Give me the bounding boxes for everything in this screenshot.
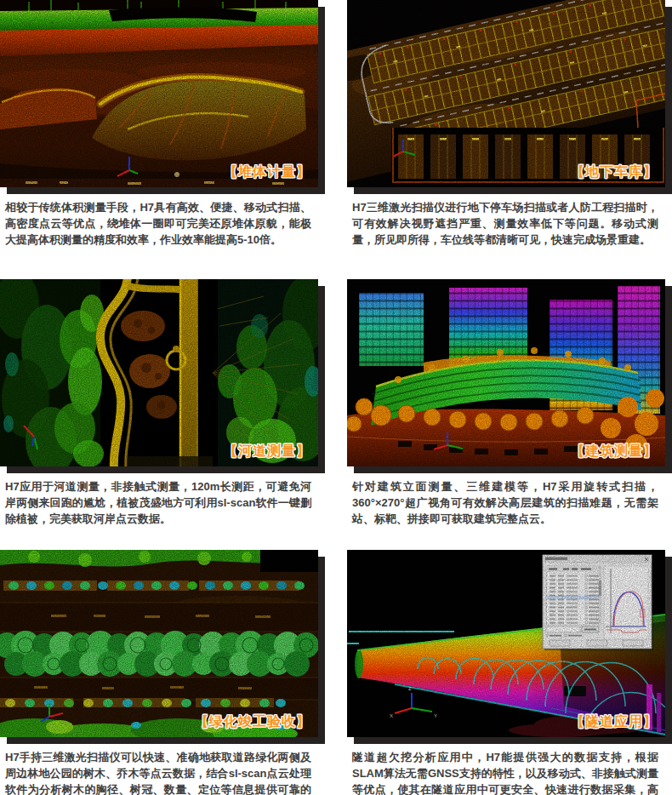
panel-caption: H7手持三维激光扫描仪可以快速、准确地获取道路绿化两侧及周边林地公园的树木、乔木…: [5, 749, 311, 795]
building-survey-image: 【建筑测量】: [347, 279, 665, 466]
image-label: 【建筑测量】: [571, 443, 658, 460]
image-label: 【地下车库】: [571, 163, 658, 181]
tunnel-application-image: Z X Y 【隧道应用】: [347, 550, 665, 737]
application-gallery: 【堆体计量】 相较于传统体积测量手段，H7具有高效、便捷、移动式扫描、高密度点云…: [0, 0, 672, 795]
panel-greening-acceptance: 【绿化竣工验收】 H7手持三维激光扫描仪可以快速、准确地获取道路绿化两侧及周边林…: [0, 550, 318, 795]
panel-caption: 隧道超欠挖分析应用中，H7能提供强大的数据支持，根据SLAM算法无需GNSS支持…: [352, 749, 658, 795]
panel-caption: 针对建筑立面测量、三维建模等，H7采用旋转式扫描，360°×270°超广视角可有…: [352, 478, 658, 527]
panel-building-survey: 【建筑测量】 针对建筑立面测量、三维建模等，H7采用旋转式扫描，360°×270…: [347, 279, 665, 550]
image-label: 【河道测量】: [224, 443, 310, 460]
pile-volume-image: 【堆体计量】: [0, 0, 318, 187]
panel-caption: H7应用于河道测量，非接触式测量，120m长测距，可避免河岸两侧来回跑的尴尬，植…: [5, 478, 311, 527]
image-label: 【堆体计量】: [224, 163, 310, 181]
river-survey-image: 【河道测量】: [0, 279, 318, 466]
panel-pile-volume: 【堆体计量】 相较于传统体积测量手段，H7具有高效、便捷、移动式扫描、高密度点云…: [0, 0, 318, 279]
image-label: 【隧道应用】: [571, 713, 658, 731]
underground-garage-image: 【地下车库】: [347, 0, 665, 187]
panel-tunnel-application: Z X Y 【隧道应用】 隧道超欠挖分析应用中，H7能提供强大的数据支持，根据S…: [347, 550, 665, 795]
panel-caption: H7三维激光扫描仪进行地下停车场扫描或者人防工程扫描时，可有效解决视野遮挡严重、…: [352, 199, 658, 248]
building-facade-pointcloud: [347, 279, 665, 466]
underground-garage-pointcloud: [347, 0, 665, 187]
image-label: 【绿化竣工验收】: [195, 713, 310, 731]
panel-river-survey: 【河道测量】 H7应用于河道测量，非接触式测量，120m长测距，可避免河岸两侧来…: [0, 279, 318, 550]
river-channel-pointcloud: [0, 279, 318, 466]
panel-underground-garage: 【地下车库】 H7三维激光扫描仪进行地下停车场扫描或者人防工程扫描时，可有效解决…: [347, 0, 665, 279]
tunnel-pointcloud: Z X Y: [347, 550, 665, 737]
road-greening-pointcloud: [0, 550, 318, 737]
panel-caption: 相较于传统体积测量手段，H7具有高效、便捷、移动式扫描、高密度点云等优点，绕堆体…: [5, 199, 311, 248]
greening-acceptance-image: 【绿化竣工验收】: [0, 550, 318, 737]
pile-volume-pointcloud: [0, 0, 318, 187]
